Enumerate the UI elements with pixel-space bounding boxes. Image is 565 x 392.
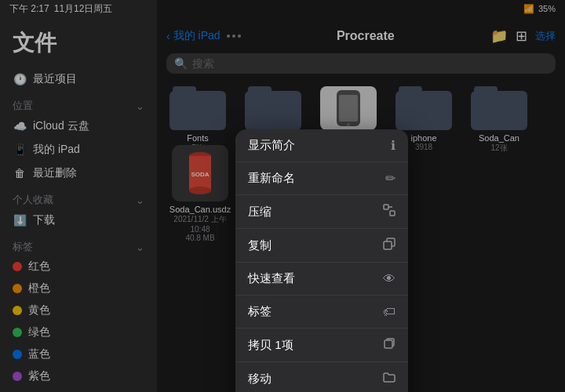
- context-compress-label: 压缩: [248, 205, 272, 220]
- context-menu-quicklook[interactable]: 快速查看 👁: [235, 263, 408, 296]
- context-move-label: 移动: [248, 372, 272, 387]
- svg-rect-7: [384, 205, 388, 209]
- context-menu-tag[interactable]: 标签 🏷: [235, 296, 408, 328]
- context-info-label: 显示简介: [248, 138, 295, 153]
- folder-move-icon: [383, 371, 396, 387]
- context-menu-copy[interactable]: 复制: [235, 229, 408, 263]
- copy1-icon: [383, 337, 396, 353]
- context-menu-compress[interactable]: 压缩: [235, 195, 408, 229]
- tag-icon: 🏷: [383, 305, 396, 319]
- info-icon: ℹ: [391, 138, 396, 153]
- context-menu-info[interactable]: 显示简介 ℹ: [235, 129, 408, 162]
- context-rename-label: 重新命名: [248, 171, 295, 186]
- svg-rect-8: [390, 211, 395, 216]
- context-copy-label: 复制: [248, 238, 272, 253]
- eye-icon: 👁: [383, 272, 396, 286]
- pencil-icon: ✏: [385, 171, 396, 186]
- context-menu-move[interactable]: 移动: [235, 362, 408, 392]
- context-tag-label: 标签: [248, 304, 272, 319]
- context-quicklook-label: 快速查看: [248, 271, 295, 286]
- copy-icon: [383, 238, 396, 253]
- svg-rect-11: [384, 241, 392, 249]
- context-copy1-label: 拷贝 1项: [248, 338, 293, 353]
- compress-icon: [383, 204, 396, 220]
- context-menu: 显示简介 ℹ 重新命名 ✏ 压缩 复制 快速查看 👁 标签 🏷 拷贝 1项 移动: [235, 129, 408, 392]
- svg-rect-12: [385, 340, 392, 348]
- context-menu-copy1[interactable]: 拷贝 1项: [235, 328, 408, 362]
- context-menu-rename[interactable]: 重新命名 ✏: [235, 162, 408, 195]
